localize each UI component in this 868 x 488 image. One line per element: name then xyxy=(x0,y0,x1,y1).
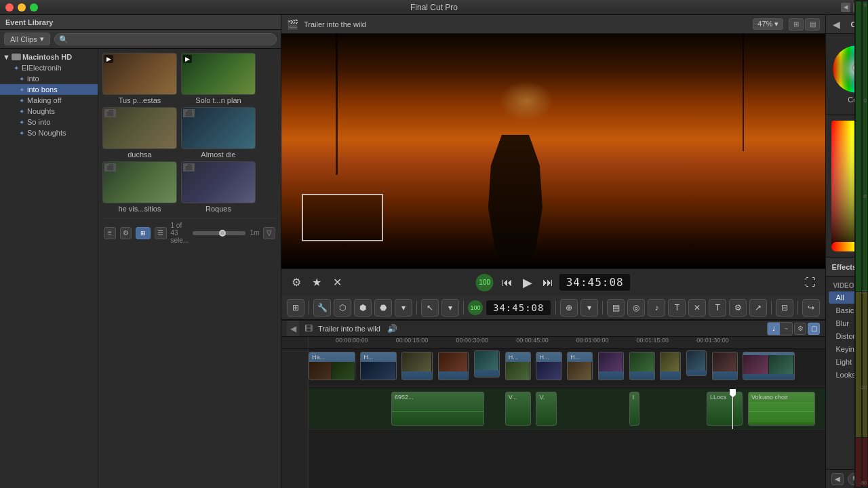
close-button[interactable] xyxy=(5,3,14,12)
clip-item[interactable]: ⬛ Roques xyxy=(181,161,256,213)
settings-btn[interactable]: ⚙ xyxy=(287,273,306,292)
ruler-mark-5: 00:01:15:00 xyxy=(637,337,669,344)
back-button[interactable]: ◀ xyxy=(833,19,840,30)
timeline-zoom-btn[interactable]: ▢ xyxy=(808,323,820,335)
audio-track: 6952... V... V. I LLocs Volcano choir xyxy=(309,389,825,430)
position-btn[interactable]: ⬣ xyxy=(374,299,392,317)
star-icon: ✦ xyxy=(19,97,24,104)
sidebar-group-macintosh[interactable]: ▼ Macintosh HD xyxy=(0,52,98,62)
video-clip[interactable] xyxy=(474,350,500,378)
video-clip[interactable]: H... xyxy=(360,352,396,380)
percentage-indicator: 100 xyxy=(476,274,494,291)
audio-clip[interactable]: V. xyxy=(536,392,556,426)
video-clip[interactable]: Ha... xyxy=(309,352,355,380)
audio-clip[interactable]: 6952... xyxy=(391,392,484,426)
video-clip[interactable]: H... xyxy=(567,352,593,380)
clip-item[interactable]: ⬛ he vis...sitios xyxy=(102,161,177,213)
fullscreen-btn[interactable]: ⛶ xyxy=(801,273,820,292)
transform-btn[interactable]: 🔧 xyxy=(313,299,331,317)
blade-btn[interactable]: ⬡ xyxy=(334,299,351,317)
browser-search-input[interactable] xyxy=(59,35,272,43)
video-clip[interactable]: H... xyxy=(536,352,561,380)
audio-clip[interactable]: V... xyxy=(505,392,531,426)
gear-icon[interactable]: ⚙ xyxy=(120,227,132,239)
zoom-button[interactable]: 47% ▾ xyxy=(753,18,783,30)
sidebar-item-so-into[interactable]: ✦ So into xyxy=(0,117,98,127)
select-dropdown[interactable]: ▾ xyxy=(441,299,459,317)
audio-clip[interactable]: LLocs xyxy=(707,392,743,426)
clip-label: V. xyxy=(536,392,555,402)
filter-icon[interactable]: ▽ xyxy=(263,227,275,239)
clip-item[interactable]: ⬛ Almost die xyxy=(181,107,256,159)
clip-thumbnails xyxy=(506,362,530,380)
timeline-back-btn[interactable]: ◀ xyxy=(287,321,299,336)
play-button[interactable]: ▶ xyxy=(518,273,537,292)
video-clip[interactable] xyxy=(438,352,469,380)
video-scope-btn[interactable]: ▤ xyxy=(607,299,625,317)
reject-btn[interactable]: ✕ xyxy=(328,273,347,292)
sidebar-item-into-bons[interactable]: ✦ into bons xyxy=(0,84,98,95)
transitions-btn[interactable]: ✕ xyxy=(688,299,706,317)
clip-item[interactable]: ▶ Tus p...estas xyxy=(102,53,177,104)
browser-search-box[interactable] xyxy=(54,33,277,45)
sidebar-item-electronikh[interactable]: ✦ ElElectronih xyxy=(0,62,98,73)
grid-view-btn[interactable]: ⊞ xyxy=(136,227,151,239)
video-clip[interactable] xyxy=(401,352,433,380)
waveform-btn[interactable]: ~ xyxy=(780,323,792,335)
share-btn[interactable]: ↗ xyxy=(749,299,767,317)
video-clip[interactable] xyxy=(660,352,680,380)
sidebar-item-so-noughts[interactable]: ✦ So Noughts xyxy=(0,127,98,138)
skip-back-btn[interactable]: ⏮ xyxy=(498,273,517,292)
minimize-button[interactable] xyxy=(18,3,26,12)
audio-btn[interactable]: ♪ xyxy=(648,299,665,317)
video-clip[interactable] xyxy=(743,352,794,380)
video-clip[interactable] xyxy=(686,350,707,376)
trim-btn[interactable]: ▾ xyxy=(395,299,412,317)
audio-meter-btn[interactable]: ♩ xyxy=(768,323,780,335)
clip-item[interactable]: ⬛ duchsa xyxy=(102,107,177,159)
favorites-btn[interactable]: ★ xyxy=(307,273,326,292)
layout-btn[interactable]: ⊟ xyxy=(776,299,793,317)
all-clips-button[interactable]: All Clips ▾ xyxy=(4,33,50,45)
share-btn2[interactable]: ↪ xyxy=(802,299,820,317)
list-view-btn2[interactable]: ☰ xyxy=(155,227,167,239)
sound-icon: 🔊 xyxy=(387,324,397,333)
sidebar-item-noughts[interactable]: ✦ Noughts xyxy=(0,106,98,117)
audio-clip[interactable]: I xyxy=(629,392,639,426)
maximize-button[interactable] xyxy=(30,3,38,12)
snapping-dropdown[interactable]: ▾ xyxy=(580,299,598,317)
export-btn[interactable]: ⊞ xyxy=(287,299,304,317)
clip-item[interactable]: ▶ Solo t...n plan xyxy=(181,53,256,104)
effects-collapse-btn[interactable]: ◀ xyxy=(831,473,844,485)
video-track: Ha... H... H... H... H... xyxy=(309,349,825,386)
title-btn[interactable]: T xyxy=(668,299,686,317)
magnetic-btn[interactable]: ⊕ xyxy=(560,299,578,317)
window-shrink-btn[interactable]: ◀ xyxy=(841,3,850,12)
select-btn[interactable]: ↖ xyxy=(421,299,439,317)
playhead[interactable] xyxy=(732,389,733,429)
clip-zoom-slider[interactable] xyxy=(193,231,245,235)
generator-btn[interactable]: T xyxy=(709,299,726,317)
video-clip[interactable] xyxy=(598,352,624,380)
sidebar-item-label: So into xyxy=(27,118,50,126)
sidebar-item-making-off[interactable]: ✦ Making off xyxy=(0,95,98,106)
slider-handle[interactable] xyxy=(219,230,226,237)
connect-btn[interactable]: ⬢ xyxy=(354,299,372,317)
list-view-btn[interactable]: ≡ xyxy=(104,227,116,239)
view-mode-btn[interactable]: ⊞ xyxy=(789,18,804,30)
clip-counter: 1 of 43 sele... xyxy=(171,222,189,244)
skip-forward-btn[interactable]: ⏭ xyxy=(538,273,557,292)
timeline-tracks[interactable]: Ha... H... H... H... H... xyxy=(281,349,825,488)
video-clip[interactable] xyxy=(712,352,738,380)
view-mode-btn2[interactable]: ▤ xyxy=(805,18,820,30)
timeline-settings-btn[interactable]: ⚙ xyxy=(794,323,806,335)
video-clip[interactable] xyxy=(629,352,655,380)
themes-btn[interactable]: ⚙ xyxy=(729,299,747,317)
sidebar-electronikh-label: ElElectronih xyxy=(22,64,62,72)
crop-overlay[interactable] xyxy=(302,194,383,241)
ruler-mark-6: 00:01:30:00 xyxy=(696,337,729,344)
photo-btn[interactable]: ◎ xyxy=(627,299,645,317)
sidebar-item-into[interactable]: ✦ into xyxy=(0,73,98,84)
video-clip[interactable]: H... xyxy=(505,352,531,380)
audio-clip-volcano[interactable]: Volcano choir xyxy=(748,392,815,426)
